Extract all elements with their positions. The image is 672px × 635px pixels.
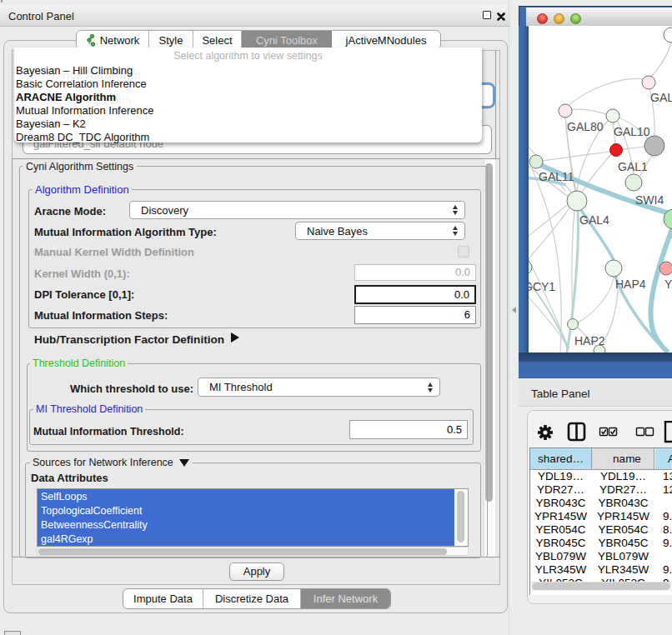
svg-text:Y: Y <box>664 278 672 291</box>
svg-text:HAP2: HAP2 <box>574 334 605 348</box>
svg-text:GAL: GAL <box>650 91 672 104</box>
svg-text:GAL1: GAL1 <box>618 160 648 173</box>
svg-text:SWI4: SWI4 <box>635 193 664 207</box>
svg-text:GAL4: GAL4 <box>579 213 609 227</box>
svg-text:GAL80: GAL80 <box>567 120 604 133</box>
svg-text:GAL11: GAL11 <box>539 170 574 183</box>
svg-text:HAP4: HAP4 <box>615 278 646 291</box>
svg-text:GCY1: GCY1 <box>529 280 555 293</box>
svg-text:GAL10: GAL10 <box>614 125 650 138</box>
